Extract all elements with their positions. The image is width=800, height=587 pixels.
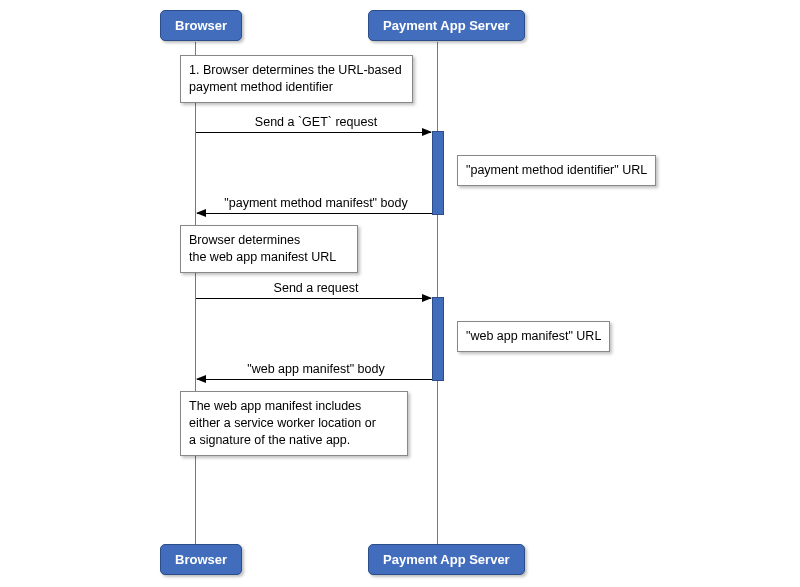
message-payment-method-manifest: "payment method manifest" body <box>195 196 437 210</box>
lifeline-server <box>437 42 438 545</box>
arrow-get-request <box>196 132 431 133</box>
message-send-request: Send a request <box>195 281 437 295</box>
participant-label: Browser <box>175 552 227 567</box>
note-payment-method-identifier-url: "payment method identifier" URL <box>457 155 656 186</box>
note-manifest-includes: The web app manifest includeseither a se… <box>180 391 408 456</box>
note-text: Browser determinesthe web app manifest U… <box>189 233 336 264</box>
note-web-app-manifest-url: Browser determinesthe web app manifest U… <box>180 225 358 273</box>
note-url-based-identifier: 1. Browser determines the URL-basedpayme… <box>180 55 413 103</box>
note-text: "payment method identifier" URL <box>466 163 647 177</box>
arrow-payment-method-manifest <box>197 213 432 214</box>
message-get-request: Send a `GET` request <box>195 115 437 129</box>
note-text: The web app manifest includeseither a se… <box>189 399 376 447</box>
arrow-send-request <box>196 298 431 299</box>
note-text: 1. Browser determines the URL-basedpayme… <box>189 63 402 94</box>
participant-label: Payment App Server <box>383 552 510 567</box>
note-web-app-manifest-url-right: "web app manifest" URL <box>457 321 610 352</box>
participant-browser-bottom: Browser <box>160 544 242 575</box>
participant-server-top: Payment App Server <box>368 10 525 41</box>
participant-browser-top: Browser <box>160 10 242 41</box>
message-web-app-manifest-body: "web app manifest" body <box>195 362 437 376</box>
arrow-web-app-manifest-body <box>197 379 432 380</box>
note-text: "web app manifest" URL <box>466 329 601 343</box>
participant-server-bottom: Payment App Server <box>368 544 525 575</box>
participant-label: Browser <box>175 18 227 33</box>
participant-label: Payment App Server <box>383 18 510 33</box>
